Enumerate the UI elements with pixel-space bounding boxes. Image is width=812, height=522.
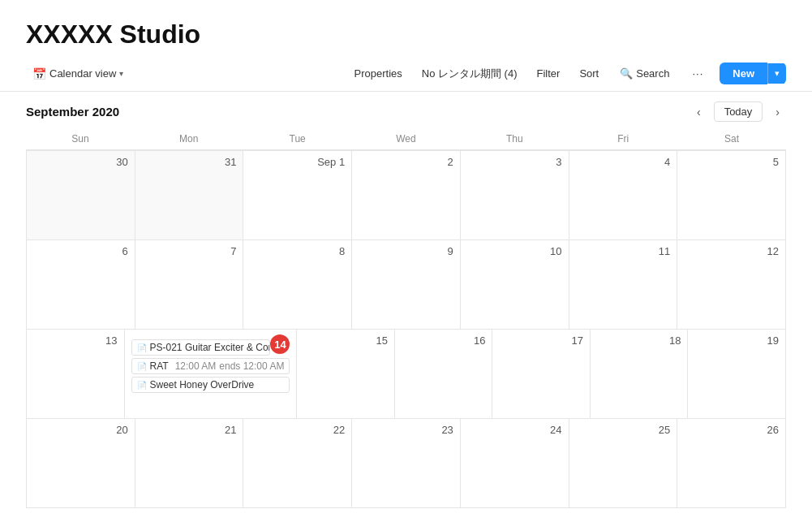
toolbar-left: 📅 Calendar view ▾ xyxy=(26,64,130,84)
calendar-cell-17[interactable]: 17 xyxy=(492,330,591,419)
properties-button[interactable]: Properties xyxy=(350,64,407,83)
new-button[interactable]: New xyxy=(720,63,767,84)
calendar-cell-6[interactable]: 6 xyxy=(27,240,135,330)
day-header-wed: Wed xyxy=(352,128,461,149)
filter-btn[interactable]: Filter xyxy=(531,64,565,83)
day-number-11: 11 xyxy=(576,245,671,257)
day-number-22: 22 xyxy=(250,424,345,436)
calendar-cell-21[interactable]: 21 xyxy=(135,419,244,508)
calendar-cell-8[interactable]: 8 xyxy=(243,240,352,330)
app-title: XXXXX Studio xyxy=(26,19,786,50)
day-header-sat: Sat xyxy=(677,128,786,149)
calendar-cell-7[interactable]: 7 xyxy=(135,240,244,330)
calendar-cell-22[interactable]: 22 xyxy=(243,419,352,508)
day-number-9: 9 xyxy=(359,245,453,257)
day-number-25: 25 xyxy=(576,424,671,436)
calendar-cell-16[interactable]: 16 xyxy=(395,330,493,419)
day-number-23: 23 xyxy=(359,424,453,436)
document-icon-sweet: 📄 xyxy=(137,381,147,390)
day-header-sun: Sun xyxy=(26,128,135,149)
toolbar: 📅 Calendar view ▾ Properties No レンタル期間 (… xyxy=(0,56,812,92)
calendar-cell-31[interactable]: 31 xyxy=(135,151,244,240)
event-rat[interactable]: 📄 RAT 12:00 AM ends 12:00 AM xyxy=(131,358,290,374)
day-number-5: 5 xyxy=(684,156,779,168)
search-label: Search xyxy=(636,67,669,80)
day-number-6: 6 xyxy=(33,245,128,257)
day-number-24: 24 xyxy=(467,424,562,436)
day-number-13: 13 xyxy=(33,334,118,347)
calendar-cell-19[interactable]: 19 xyxy=(688,330,786,419)
calendar-week-1: 30 31 Sep 1 2 3 4 5 xyxy=(27,151,786,240)
search-button[interactable]: 🔍 Search xyxy=(613,64,676,83)
calendar-cell-10[interactable]: 10 xyxy=(461,240,569,330)
calendar-cell-11[interactable]: 11 xyxy=(569,240,678,330)
day-number-15: 15 xyxy=(303,334,388,347)
day-number-30: 30 xyxy=(33,156,128,168)
calendar-cell-2[interactable]: 2 xyxy=(352,151,461,240)
calendar-cell-14[interactable]: 14 📄 PS-021 Guitar Exciter & Comp 📄 RAT … xyxy=(125,330,298,419)
more-button[interactable]: ··· xyxy=(685,64,710,83)
calendar-weeks: 30 31 Sep 1 2 3 4 5 6 xyxy=(26,150,786,508)
search-icon: 🔍 xyxy=(620,67,633,80)
calendar-cell-sep1[interactable]: Sep 1 xyxy=(243,151,352,240)
day-number-17: 17 xyxy=(499,334,583,347)
event-title-rat: RAT xyxy=(150,360,169,372)
day-number-14: 14 xyxy=(270,334,290,354)
view-selector-button[interactable]: 📅 Calendar view ▾ xyxy=(26,64,130,84)
day-number-7: 7 xyxy=(142,245,237,257)
day-number-sep1: Sep 1 xyxy=(250,156,345,168)
day-number-19: 19 xyxy=(694,334,779,347)
day-header-thu: Thu xyxy=(460,128,569,149)
calendar-cell-12[interactable]: 12 xyxy=(677,240,786,330)
calendar-cell-5[interactable]: 5 xyxy=(677,151,786,240)
day-number-20: 20 xyxy=(33,424,128,436)
new-button-wrapper: New ▾ xyxy=(720,63,786,84)
view-selector-label: Calendar view xyxy=(49,67,116,80)
day-number-4: 4 xyxy=(576,156,671,168)
calendar-cell-15[interactable]: 15 xyxy=(297,330,395,419)
day-number-16: 16 xyxy=(402,334,486,347)
calendar-cell-26[interactable]: 26 xyxy=(677,419,786,508)
calendar-cell-9[interactable]: 9 xyxy=(352,240,461,330)
calendar-cell-24[interactable]: 24 xyxy=(461,419,569,508)
day-number-18: 18 xyxy=(597,334,681,347)
day-number-10: 10 xyxy=(467,245,562,257)
filter-button[interactable]: No レンタル期間 (4) xyxy=(417,63,522,84)
calendar-cell-18[interactable]: 18 xyxy=(591,330,689,419)
prev-month-button[interactable]: ‹ xyxy=(690,102,707,122)
calendar-cell-20[interactable]: 20 xyxy=(27,419,135,508)
calendar-cell-3[interactable]: 3 xyxy=(461,151,569,240)
calendar-week-2: 6 7 8 9 10 11 12 xyxy=(27,240,786,330)
day-header-fri: Fri xyxy=(569,128,677,149)
event-sweet-honey[interactable]: 📄 Sweet Honey OverDrive xyxy=(131,377,290,393)
today-button[interactable]: Today xyxy=(714,101,763,122)
calendar-grid: Sun Mon Tue Wed Thu Fri Sat 30 31 Sep 1 … xyxy=(0,128,812,522)
calendar-cell-4[interactable]: 4 xyxy=(569,151,678,240)
toolbar-right: Properties No レンタル期間 (4) Filter Sort 🔍 S… xyxy=(350,63,787,84)
calendar-cell-13[interactable]: 13 xyxy=(27,330,125,419)
day-number-21: 21 xyxy=(142,424,237,436)
day-number-3: 3 xyxy=(467,156,562,168)
day-number-2: 2 xyxy=(359,156,453,168)
document-icon: 📄 xyxy=(137,343,147,352)
calendar-cell-23[interactable]: 23 xyxy=(352,419,461,508)
day-header-tue: Tue xyxy=(243,128,352,149)
new-button-dropdown[interactable]: ▾ xyxy=(767,63,786,84)
next-month-button[interactable]: › xyxy=(769,102,786,122)
calendar-week-3: 13 14 📄 PS-021 Guitar Exciter & Comp 📄 R… xyxy=(27,330,786,419)
event-title-ps021: PS-021 Guitar Exciter & Comp xyxy=(150,342,271,353)
calendar-nav: September 2020 ‹ Today › xyxy=(0,92,812,128)
sort-button[interactable]: Sort xyxy=(574,64,604,83)
event-ends-rat: ends 12:00 AM xyxy=(219,360,284,372)
calendar-cell-30[interactable]: 30 xyxy=(27,151,135,240)
calendar-week-4: 20 21 22 23 24 25 26 xyxy=(27,419,786,508)
calendar-month-label: September 2020 xyxy=(26,105,119,119)
nav-controls: ‹ Today › xyxy=(690,101,786,122)
event-ps021[interactable]: 📄 PS-021 Guitar Exciter & Comp xyxy=(131,339,271,356)
day-number-31: 31 xyxy=(142,156,237,168)
calendar-cell-25[interactable]: 25 xyxy=(569,419,678,508)
chevron-down-icon: ▾ xyxy=(119,69,123,78)
day-number-8: 8 xyxy=(250,245,345,257)
calendar-icon: 📅 xyxy=(32,67,46,80)
day-headers: Sun Mon Tue Wed Thu Fri Sat xyxy=(26,128,786,150)
